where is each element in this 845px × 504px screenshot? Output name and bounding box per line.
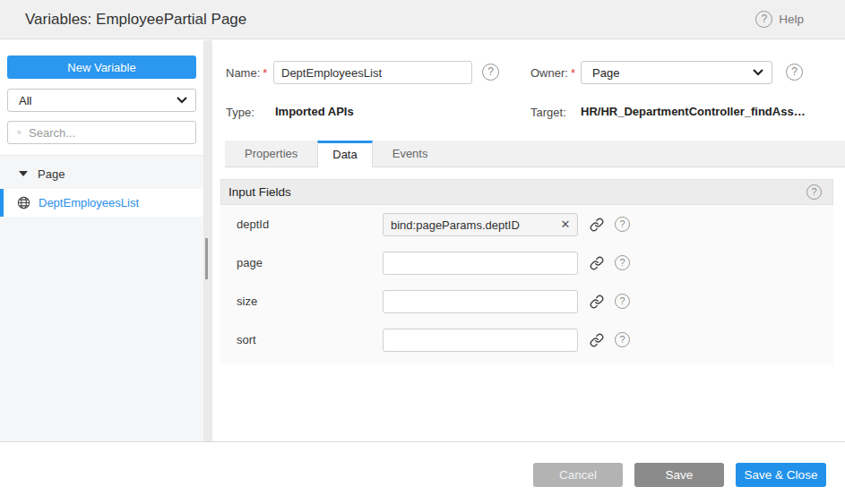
name-field-label: Name: * xyxy=(226,61,267,84)
save-button[interactable]: Save xyxy=(634,463,724,487)
param-label: page xyxy=(237,256,263,269)
param-row-sort: sort xyxy=(220,329,833,352)
variables-sidebar: New Variable All Page DeptEmployeesList xyxy=(0,40,203,441)
param-help-icon[interactable] xyxy=(615,217,630,232)
tree-item-deptemployeeslist[interactable]: DeptEmployeesList xyxy=(0,189,203,217)
param-label: sort xyxy=(237,333,256,346)
param-help-icon[interactable] xyxy=(615,255,630,270)
type-value: Imported APIs xyxy=(275,105,354,118)
chevron-down-icon xyxy=(177,97,187,104)
owner-select[interactable]: Page xyxy=(581,61,772,84)
input-fields-header: Input Fields xyxy=(220,179,833,205)
page-title: Variables: EmployeePartial Page xyxy=(25,11,246,29)
editor-tabs: Properties Data Events xyxy=(225,141,845,167)
owner-select-value: Page xyxy=(592,66,753,80)
param-row-size: size xyxy=(220,290,833,313)
param-help-icon[interactable] xyxy=(615,332,630,347)
tab-data[interactable]: Data xyxy=(317,141,372,167)
chevron-down-icon xyxy=(753,69,763,76)
input-fields-section: Input Fields deptId page xyxy=(220,179,833,364)
tree-item-label: DeptEmployeesList xyxy=(39,196,139,209)
sidebar-controls: New Variable All xyxy=(0,40,203,144)
input-fields-help-icon[interactable] xyxy=(806,184,822,200)
link-icon[interactable] xyxy=(590,295,604,309)
help-button[interactable]: Help xyxy=(755,11,804,28)
sidebar-main-divider xyxy=(203,40,212,441)
owner-help-icon[interactable] xyxy=(786,64,803,81)
variables-tree: Page DeptEmployeesList xyxy=(0,155,203,441)
variable-filter-select[interactable]: All xyxy=(7,89,196,112)
param-input-wrap xyxy=(383,252,578,275)
param-label: size xyxy=(237,295,257,308)
filter-select-value: All xyxy=(19,94,177,107)
param-row-deptid: deptId xyxy=(220,213,833,236)
param-row-page: page xyxy=(220,252,833,275)
variable-editor-panel: Name: * Owner: * Page Type: Imported API… xyxy=(212,40,845,441)
scrollbar-thumb[interactable] xyxy=(205,238,208,279)
deptid-input[interactable] xyxy=(383,213,578,236)
cancel-button[interactable]: Cancel xyxy=(533,463,623,487)
tree-group-page[interactable]: Page xyxy=(0,161,203,186)
required-asterisk: * xyxy=(263,66,267,80)
caret-down-icon[interactable] xyxy=(19,171,28,176)
save-and-close-button[interactable]: Save & Close xyxy=(736,463,826,487)
target-value: HR/HR_DepartmentController_findAss… xyxy=(581,105,806,118)
help-label: Help xyxy=(779,13,804,26)
search-box xyxy=(7,121,196,144)
dialog-header: Variables: EmployeePartial Page Help xyxy=(0,0,845,39)
clear-icon[interactable] xyxy=(557,217,573,233)
help-icon xyxy=(755,11,772,28)
variables-dialog: Variables: EmployeePartial Page Help New… xyxy=(0,0,845,504)
owner-field-label: Owner: * xyxy=(530,61,575,84)
tab-properties[interactable]: Properties xyxy=(225,141,317,167)
sort-input[interactable] xyxy=(383,329,578,352)
globe-icon xyxy=(17,196,30,209)
type-field-label: Type: xyxy=(226,106,254,119)
required-asterisk: * xyxy=(571,66,575,80)
search-input[interactable] xyxy=(29,126,186,140)
input-fields-body: deptId page xyxy=(220,205,833,364)
name-help-icon[interactable] xyxy=(482,64,499,81)
link-icon[interactable] xyxy=(590,218,604,232)
param-input-wrap xyxy=(383,213,578,236)
param-help-icon[interactable] xyxy=(615,294,630,309)
name-input[interactable] xyxy=(273,61,472,84)
page-input[interactable] xyxy=(383,252,578,275)
tab-events[interactable]: Events xyxy=(373,141,448,167)
param-input-wrap xyxy=(383,329,578,352)
link-icon[interactable] xyxy=(590,256,604,270)
new-variable-button[interactable]: New Variable xyxy=(7,56,196,79)
param-label: deptId xyxy=(237,218,269,231)
target-field-label: Target: xyxy=(530,106,566,119)
search-icon xyxy=(17,126,22,139)
dialog-footer: Cancel Save Save & Close xyxy=(0,441,845,504)
section-title: Input Fields xyxy=(228,185,806,199)
link-icon[interactable] xyxy=(590,333,604,347)
tree-group-label: Page xyxy=(38,167,65,181)
size-input[interactable] xyxy=(383,290,578,313)
param-input-wrap xyxy=(383,290,578,313)
